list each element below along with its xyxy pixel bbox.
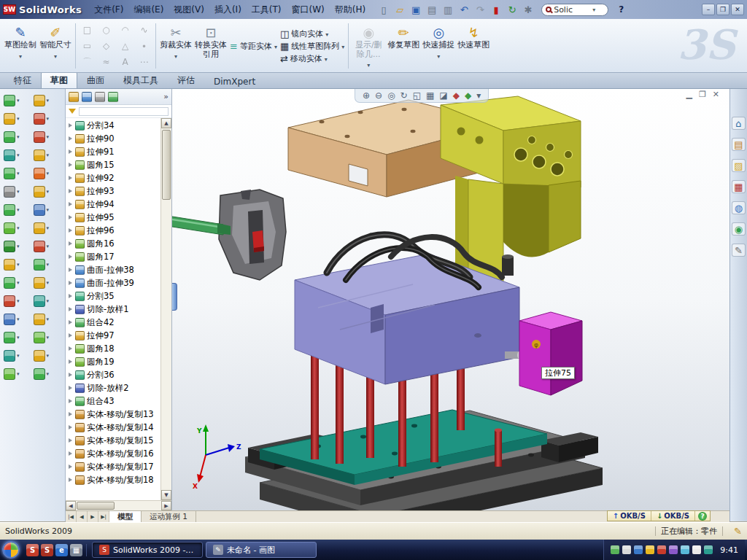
left-toolbar-icon[interactable] [4, 277, 32, 289]
tree-horizontal-scrollbar[interactable]: ◀ ▶ [66, 500, 171, 510]
tray-icon[interactable] [646, 545, 654, 554]
expand-arrow-icon[interactable] [68, 333, 73, 338]
display-delete-relations-button[interactable]: ◉ 显示/删除几... [351, 21, 386, 71]
scroll-up-icon[interactable]: ▲ [161, 118, 171, 128]
left-toolbar-icon[interactable] [4, 149, 32, 161]
command-tab[interactable]: 特征 [4, 71, 41, 88]
command-tab[interactable]: 模具工具 [114, 71, 168, 88]
linear-sketch-pattern-button[interactable]: ▦ 线性草图阵列 [280, 41, 344, 52]
move-entities-button[interactable]: ⇄ 移动实体 [280, 53, 344, 64]
view-tool-icon[interactable]: ◆ [453, 91, 460, 100]
document-tab[interactable]: 运动算例 1 [142, 511, 196, 522]
tray-icon[interactable] [669, 545, 678, 554]
menu-item[interactable]: 窗口(W) [287, 1, 330, 18]
feature-tree-item[interactable]: 拉伸92 [66, 171, 160, 184]
tray-icon[interactable] [634, 545, 643, 554]
left-toolbar-icon[interactable] [34, 350, 62, 362]
sketch-button[interactable]: ✎ 草图绘制 [3, 21, 38, 71]
left-toolbar-icon[interactable] [4, 113, 32, 125]
left-toolbar-icon[interactable] [4, 186, 32, 198]
view-tool-icon[interactable]: ↻ [400, 91, 408, 100]
feature-tree-item[interactable]: 拉伸97 [66, 329, 160, 342]
tray-icon[interactable] [692, 545, 701, 554]
left-toolbar-icon[interactable] [4, 314, 32, 325]
feature-tree-item[interactable]: 实体-移动/复制13 [66, 408, 160, 421]
dropdown-caret-icon[interactable] [54, 50, 57, 61]
trim-entities-button[interactable]: ✂ 剪裁实体 [158, 21, 193, 71]
feature-tree-item[interactable]: 拉伸93 [66, 184, 160, 198]
feature-tree-item[interactable]: 拉伸90 [66, 132, 160, 145]
expand-arrow-icon[interactable] [68, 254, 73, 260]
open-icon[interactable]: ▱ [392, 3, 407, 17]
feature-tree-item[interactable]: 分割36 [66, 368, 160, 381]
sketch-entity-icon[interactable]: ⌒ [78, 55, 96, 70]
dropdown-caret-icon[interactable] [274, 42, 277, 51]
feature-tree-item[interactable]: 切除-放样1 [66, 303, 160, 316]
expand-arrow-icon[interactable] [68, 136, 73, 141]
scrollbar-thumb[interactable] [162, 130, 171, 200]
sketch-entity-icon[interactable]: ▭ [78, 39, 96, 54]
feature-tree-item[interactable]: 圆角19 [66, 355, 160, 368]
undo-icon[interactable]: ↶ [457, 3, 471, 17]
feature-tree-item[interactable]: 实体-移动/复制15 [66, 434, 160, 447]
left-toolbar-icon[interactable] [4, 204, 32, 216]
window-control-button[interactable]: ❐ [716, 4, 729, 15]
left-toolbar-icon[interactable] [34, 332, 62, 343]
appearances-icon[interactable]: ◍ [732, 201, 746, 214]
taskbar-task[interactable]: S SolidWorks 2009 - ... [92, 542, 203, 558]
dropdown-caret-icon[interactable] [341, 42, 344, 51]
left-toolbar-icon[interactable] [34, 314, 62, 325]
rebuild-icon[interactable]: ↻ [505, 3, 519, 17]
tray-icon[interactable] [681, 545, 689, 554]
left-toolbar-icon[interactable] [34, 222, 62, 234]
sketch-entity-icon[interactable]: ◇ [97, 39, 115, 54]
tree-vertical-scrollbar[interactable]: ▲ ▼ [160, 118, 171, 500]
options-icon[interactable]: ✱ [521, 3, 535, 17]
expand-arrow-icon[interactable] [68, 359, 73, 365]
feature-tree-item[interactable]: 实体-移动/复制14 [66, 421, 160, 434]
file-explorer-icon[interactable]: ▨ [732, 159, 746, 172]
feature-tree-item[interactable]: 实体-移动/复制16 [66, 447, 160, 460]
configurationmanager-tab-icon[interactable] [95, 92, 105, 102]
left-toolbar-icon[interactable] [4, 222, 32, 234]
command-tab[interactable]: 评估 [168, 71, 204, 88]
view-tool-icon[interactable]: ◱ [413, 91, 421, 100]
dropdown-caret-icon[interactable] [174, 50, 177, 61]
solidworks-launch-icon[interactable]: S [26, 544, 39, 556]
rapid-sketch-button[interactable]: ↯ 快速草图 [456, 21, 491, 71]
scroll-down-icon[interactable]: ▼ [161, 490, 171, 500]
tray-icon[interactable] [611, 545, 619, 554]
home-icon[interactable]: ⌂ [732, 117, 746, 130]
sketch-entity-icon[interactable]: ○ [97, 23, 115, 38]
expand-arrow-icon[interactable] [68, 451, 73, 456]
expand-arrow-icon[interactable] [68, 202, 73, 207]
show-desktop-icon[interactable]: ▦ [70, 544, 82, 556]
document-window-button[interactable]: ❐ [699, 90, 706, 99]
expand-arrow-icon[interactable] [68, 373, 73, 378]
left-toolbar-icon[interactable] [4, 350, 32, 362]
sketch-entity-icon[interactable]: □ [78, 23, 96, 38]
expand-arrow-icon[interactable] [68, 228, 73, 233]
left-toolbar-icon[interactable] [34, 131, 62, 143]
dimxpertmanager-tab-icon[interactable] [108, 92, 118, 102]
help-button[interactable]: ? [614, 4, 628, 15]
left-toolbar-icon[interactable] [34, 295, 62, 307]
solidworks-docs-icon[interactable]: S [41, 544, 53, 556]
window-control-button[interactable]: – [702, 4, 715, 15]
expand-arrow-icon[interactable] [68, 176, 73, 181]
menu-item[interactable]: 帮助(H) [330, 1, 371, 18]
menu-item[interactable]: 视图(V) [169, 1, 209, 18]
window-control-button[interactable]: ✕ [731, 4, 744, 15]
panel-splitter-handle[interactable] [172, 283, 177, 311]
feature-tree-item[interactable]: 拉伸95 [66, 211, 160, 224]
left-toolbar-icon[interactable] [4, 131, 32, 143]
feature-tree-item[interactable]: 圆角16 [66, 237, 160, 250]
feature-tree-item[interactable]: 实体-移动/复制17 [66, 460, 160, 473]
expand-arrow-icon[interactable] [68, 386, 73, 391]
document-tab[interactable]: 模型 [109, 511, 142, 522]
expand-arrow-icon[interactable] [68, 412, 73, 417]
convert-entities-button[interactable]: ⊡ 转换实体引用 [193, 21, 228, 71]
feature-tree-item[interactable]: 拉伸94 [66, 198, 160, 211]
left-toolbar-icon[interactable] [4, 168, 32, 179]
tab-scroll-button[interactable]: |◀ [66, 511, 77, 522]
